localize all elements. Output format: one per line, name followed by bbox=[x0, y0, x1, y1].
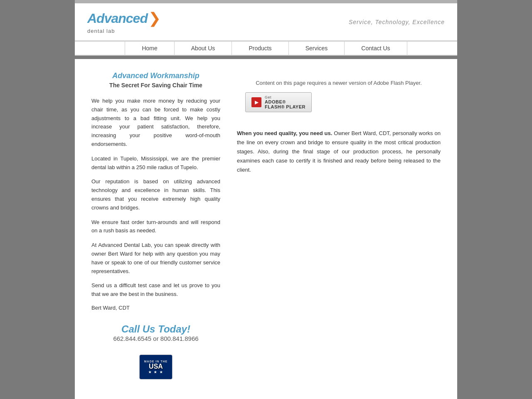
quality-section: When you need quality, you need us. Owne… bbox=[237, 129, 441, 175]
call-us-number: 662.844.6545 or 800.841.8966 bbox=[91, 335, 220, 342]
separator bbox=[75, 56, 457, 59]
call-us-title: Call Us Today! bbox=[91, 323, 220, 335]
flash-icon bbox=[251, 97, 261, 107]
nav-list: Home About Us Products Services Contact … bbox=[75, 42, 457, 55]
usa-badge: Made in the USA ★ ★ ★ bbox=[139, 355, 172, 379]
made-in-usa-section: Made in the USA ★ ★ ★ bbox=[91, 355, 220, 381]
main-content: Advanced Workmanship The Secret For Savi… bbox=[75, 59, 457, 393]
navigation: Home About Us Products Services Contact … bbox=[75, 41, 457, 56]
nav-item-contact[interactable]: Contact Us bbox=[345, 42, 407, 55]
logo-arrow-icon: ❯ bbox=[148, 10, 161, 27]
usa-stars: ★ ★ ★ bbox=[148, 370, 163, 374]
usa-badge-inner: Made in the USA ★ ★ ★ bbox=[140, 355, 172, 379]
para-5: At Advanced Dental Lab, you can speak di… bbox=[91, 241, 220, 276]
quality-body-text: Owner Bert Ward, CDT, personally works o… bbox=[237, 130, 441, 173]
logo-block: Advanced ❯ dental lab bbox=[87, 10, 161, 34]
top-bar bbox=[75, 0, 457, 3]
logo-text: Advanced bbox=[87, 11, 148, 26]
section-title: Advanced Workmanship bbox=[91, 71, 220, 80]
flash-player-button[interactable]: Get ADOBE® FLASH® PLAYER bbox=[245, 92, 312, 112]
quality-bold-text: When you need quality, you need us. bbox=[237, 130, 332, 136]
tagline: Service, Technology, Excellence bbox=[349, 19, 445, 25]
nav-item-products[interactable]: Products bbox=[232, 42, 288, 55]
flash-notice: Content on this page requires a newer ve… bbox=[237, 80, 441, 86]
call-us-section: Call Us Today! 662.844.6545 or 800.841.8… bbox=[91, 323, 220, 342]
nav-item-home[interactable]: Home bbox=[125, 42, 174, 55]
flash-get-label: Get bbox=[265, 95, 305, 99]
header: Advanced ❯ dental lab Service, Technolog… bbox=[75, 3, 457, 41]
para-2: Located in Tupelo, Mississippi, we are t… bbox=[91, 155, 220, 172]
logo-top-row: Advanced ❯ bbox=[87, 10, 161, 27]
flash-btn-label: Get ADOBE® FLASH® PLAYER bbox=[265, 95, 305, 109]
made-in-label: Made in the bbox=[144, 360, 168, 363]
nav-link-products[interactable]: Products bbox=[232, 42, 288, 55]
para-6: Send us a difficult test case and let us… bbox=[91, 281, 220, 299]
logo-sub: dental lab bbox=[87, 28, 161, 34]
nav-item-about[interactable]: About Us bbox=[175, 42, 232, 55]
nav-link-services[interactable]: Services bbox=[289, 42, 345, 55]
flash-player-label: FLASH® PLAYER bbox=[265, 104, 305, 109]
nav-link-about[interactable]: About Us bbox=[175, 42, 232, 55]
section-subtitle: The Secret For Saving Chair Time bbox=[91, 82, 220, 89]
nav-link-contact[interactable]: Contact Us bbox=[345, 42, 407, 55]
right-column: Content on this page requires a newer ve… bbox=[237, 71, 441, 381]
para-1: We help you make more money by reducing … bbox=[91, 97, 220, 149]
flash-adobe-label: ADOBE® bbox=[265, 99, 305, 104]
para-4: We ensure fast order turn-arounds and wi… bbox=[91, 218, 220, 236]
signature: Bert Ward, CDT bbox=[91, 305, 220, 311]
logo-area: Advanced ❯ dental lab bbox=[87, 10, 161, 34]
left-column: Advanced Workmanship The Secret For Savi… bbox=[91, 71, 220, 381]
para-3: Our reputation is based on utilizing adv… bbox=[91, 177, 220, 212]
page-wrapper: Advanced ❯ dental lab Service, Technolog… bbox=[75, 0, 457, 399]
usa-label: USA bbox=[149, 363, 163, 370]
nav-item-services[interactable]: Services bbox=[289, 42, 345, 55]
nav-link-home[interactable]: Home bbox=[125, 42, 174, 55]
